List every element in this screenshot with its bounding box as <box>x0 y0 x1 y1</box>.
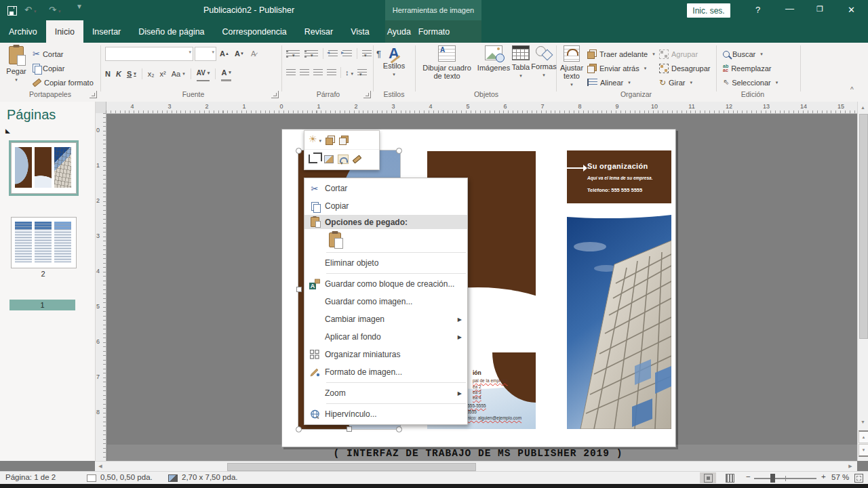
ungroup-button[interactable]: Desagrupar <box>659 62 710 75</box>
object-position-value[interactable]: 0,50, 0,50 pda. <box>100 473 153 481</box>
change-picture-icon[interactable] <box>324 155 334 163</box>
menu-item-eliminar-objeto[interactable]: Eliminar objeto <box>304 254 467 272</box>
collapse-panel-icon[interactable]: ◣ <box>5 127 10 134</box>
paste-option-button[interactable] <box>304 232 364 247</box>
zoom-slider-thumb[interactable] <box>770 474 775 483</box>
draw-text-box-button[interactable]: Dibujar cuadro de texto <box>418 45 476 80</box>
styles-button[interactable]: A Estilos <box>378 45 410 79</box>
tab-archivo[interactable]: Archivo <box>0 20 46 43</box>
single-page-view-button[interactable] <box>700 472 716 483</box>
paste-button[interactable]: Pegar <box>3 46 30 84</box>
select-button[interactable]: ⇖ Seleccionar <box>723 76 778 89</box>
wrap-text-button[interactable]: Ajustar texto <box>557 45 586 89</box>
scroll-up-icon[interactable]: ▲ <box>858 103 868 111</box>
align-right-icon[interactable] <box>313 69 323 77</box>
object-size-value[interactable]: 2,70 x 7,50 pda. <box>182 473 237 481</box>
menu-item-guardar-como-imagen[interactable]: Guardar como imagen... <box>304 293 467 310</box>
selection-handle-top-left[interactable] <box>296 148 302 154</box>
tab-insertar[interactable]: Insertar <box>83 20 130 43</box>
rotate-button[interactable]: ↻ Girar <box>659 76 692 89</box>
next-page-button[interactable]: ▼ <box>859 444 868 457</box>
tab-formato[interactable]: Formato <box>407 20 461 43</box>
shrink-font-button[interactable]: A▼ <box>235 47 244 60</box>
fit-page-icon[interactable] <box>854 474 863 483</box>
copy-button[interactable]: Copiar <box>33 62 64 75</box>
grow-font-button[interactable]: A▲ <box>220 47 229 60</box>
shapes-button[interactable]: Formas <box>532 45 556 79</box>
selection-handle-mid-left[interactable] <box>296 287 302 292</box>
menu-item-aplicar-al-fondo[interactable]: Aplicar al fondo ▶ <box>304 328 467 346</box>
tab-correspondencia[interactable]: Correspondencia <box>214 20 296 43</box>
menu-item-organizar-miniaturas[interactable]: Organizar miniaturas <box>304 346 467 363</box>
numbering-icon[interactable] <box>304 50 318 58</box>
font-name-combo[interactable] <box>105 47 193 61</box>
page-thumbnail-2[interactable] <box>11 217 77 268</box>
zoom-percentage[interactable]: 57 % <box>831 473 849 481</box>
paragraph-format-icon[interactable] <box>357 69 367 77</box>
horizontal-scroll-thumb[interactable] <box>227 463 476 471</box>
superscript-button[interactable]: x² <box>160 67 166 81</box>
brochure-right-panel[interactable]: Su organización Aquí va el lema de su em… <box>567 150 671 429</box>
line-spacing-icon[interactable]: ↕ <box>345 68 353 77</box>
underline-button[interactable]: S <box>127 67 136 81</box>
selection-handle-bottom-right[interactable] <box>396 426 402 432</box>
qat-customize-icon[interactable]: ▼ <box>76 3 83 10</box>
page-thumbnail-1[interactable] <box>11 142 77 194</box>
justify-icon[interactable] <box>327 69 336 77</box>
find-button[interactable]: Buscar <box>723 47 763 60</box>
format-painter-icon[interactable] <box>353 155 362 163</box>
table-button[interactable]: Tabla <box>510 45 532 80</box>
menu-item-cambiar-imagen[interactable]: Cambiar imagen ▶ <box>304 310 467 328</box>
decrease-indent-icon[interactable] <box>328 50 338 58</box>
close-icon[interactable]: ✕ <box>848 5 855 15</box>
selection-handle-bottom-left[interactable] <box>296 426 302 432</box>
font-color-button[interactable]: A <box>221 66 231 81</box>
selection-handle-bottom-center[interactable] <box>347 426 352 432</box>
picture-style-icon[interactable] <box>338 155 349 164</box>
sign-in-button[interactable]: Inic. ses. <box>687 3 730 18</box>
page-indicator[interactable]: Página: 1 de 2 <box>5 473 56 481</box>
replace-button[interactable]: abac Reemplazar <box>723 62 771 75</box>
font-dialog-launcher[interactable] <box>271 91 279 98</box>
scroll-right-icon[interactable]: ▶ <box>846 462 854 471</box>
font-size-combo[interactable] <box>195 47 216 61</box>
save-icon[interactable] <box>7 6 17 16</box>
cut-button[interactable]: ✂ Cortar <box>33 47 63 60</box>
bring-forward-icon[interactable] <box>326 136 335 145</box>
align-button[interactable]: Alinear <box>587 76 631 89</box>
menu-item-hipervinculo[interactable]: Hipervínculo... <box>304 405 467 423</box>
menu-item-copiar[interactable]: Copiar <box>304 197 467 215</box>
columns-icon[interactable] <box>362 50 372 58</box>
undo-icon[interactable]: ↶ <box>24 5 36 15</box>
images-button[interactable]: Imágenes <box>477 45 510 72</box>
italic-button[interactable]: K <box>116 67 121 81</box>
subscript-button[interactable]: x₂ <box>148 67 155 81</box>
restore-icon[interactable]: ❐ <box>816 5 823 14</box>
bullets-icon[interactable] <box>286 50 300 58</box>
align-left-icon[interactable] <box>286 69 296 77</box>
vertical-scrollbar[interactable]: ▲ ▼ ▲ ▼ <box>857 102 868 461</box>
scroll-down-icon[interactable]: ▼ <box>858 418 868 426</box>
redo-icon[interactable]: ↷ <box>49 5 60 15</box>
horizontal-scrollbar[interactable]: ◀ ▶ <box>95 461 857 472</box>
vertical-scroll-thumb[interactable] <box>859 114 868 339</box>
tab-vista[interactable]: Vista <box>342 20 378 43</box>
collapse-ribbon-icon[interactable]: ^ <box>850 86 854 94</box>
corrections-icon[interactable]: ☀ <box>309 134 321 146</box>
send-backward-button[interactable]: Enviar atrás <box>587 62 646 75</box>
zoom-out-button[interactable]: − <box>746 472 751 481</box>
help-icon[interactable]: ? <box>755 5 760 15</box>
send-backward-icon[interactable] <box>339 136 349 145</box>
tab-diseno-de-pagina[interactable]: Diseño de página <box>130 20 213 43</box>
menu-item-guardar-como-bloque[interactable]: A Guardar como bloque de creación... <box>304 275 467 293</box>
tab-inicio[interactable]: Inicio <box>46 20 83 43</box>
vertical-ruler[interactable]: 012345678 <box>95 113 106 461</box>
group-button[interactable]: Agrupar <box>659 47 698 60</box>
minimize-icon[interactable]: — <box>785 3 794 14</box>
bold-button[interactable]: N <box>105 67 111 81</box>
zoom-in-button[interactable]: + <box>821 472 826 481</box>
format-painter-button[interactable]: Copiar formato <box>33 76 94 89</box>
crop-icon[interactable] <box>309 155 317 163</box>
scroll-left-icon[interactable]: ◀ <box>96 462 104 471</box>
zoom-slider[interactable] <box>754 478 816 479</box>
